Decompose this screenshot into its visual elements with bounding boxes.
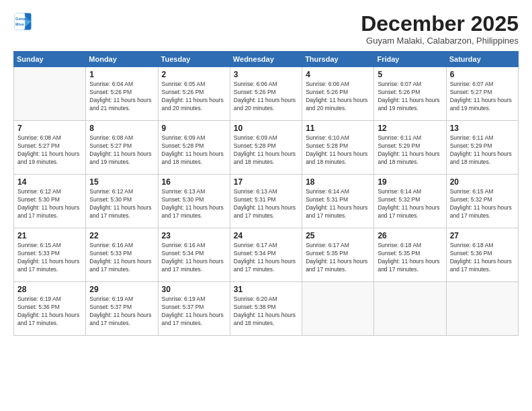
svg-text:Blue: Blue [15, 22, 24, 26]
sunrise-text: Sunrise: 6:06 AM [234, 81, 298, 89]
day-number: 3 [234, 70, 298, 79]
calendar-cell [446, 282, 518, 336]
calendar-cell: 4Sunrise: 6:06 AMSunset: 5:26 PMDaylight… [302, 67, 374, 121]
sunset-text: Sunset: 5:27 PM [89, 142, 154, 150]
day-number: 18 [306, 177, 370, 187]
daylight-label: Daylight: 11 hours hours [89, 312, 154, 320]
calendar-cell: 25Sunrise: 6:17 AMSunset: 5:35 PMDayligh… [302, 228, 374, 282]
day-number: 2 [162, 70, 226, 79]
sunrise-text: Sunrise: 6:20 AM [234, 295, 298, 304]
day-number: 26 [378, 231, 442, 240]
day-number: 24 [234, 231, 298, 240]
col-friday: Friday [374, 52, 446, 67]
daylight-label: Daylight: 11 hours hours [378, 204, 442, 212]
daylight-minutes: and 18 minutes. [234, 320, 298, 328]
calendar-cell: 16Sunrise: 6:13 AMSunset: 5:30 PMDayligh… [158, 175, 230, 228]
daylight-minutes: and 19 minutes. [17, 158, 82, 167]
daylight-minutes: and 21 minutes. [89, 105, 154, 113]
daylight-label: Daylight: 11 hours hours [234, 312, 298, 320]
sunset-text: Sunset: 5:26 PM [378, 89, 442, 97]
logo-icon: General Blue [13, 12, 32, 31]
header: General Blue December 2025 Guyam Malaki,… [13, 12, 519, 46]
daylight-label: Daylight: 11 hours hours [17, 150, 82, 158]
day-info: Sunrise: 6:15 AMSunset: 5:32 PMDaylight:… [450, 188, 515, 220]
daylight-label: Daylight: 11 hours hours [89, 150, 154, 158]
day-info: Sunrise: 6:07 AMSunset: 5:26 PMDaylight:… [378, 81, 442, 113]
sunrise-text: Sunrise: 6:11 AM [450, 134, 515, 142]
daylight-minutes: and 18 minutes. [162, 158, 226, 167]
calendar-cell: 30Sunrise: 6:19 AMSunset: 5:37 PMDayligh… [158, 282, 230, 336]
daylight-label: Daylight: 11 hours hours [162, 204, 226, 212]
sunset-text: Sunset: 5:32 PM [450, 196, 515, 204]
sunset-text: Sunset: 5:29 PM [378, 142, 442, 150]
day-number: 20 [450, 177, 515, 187]
calendar-cell: 2Sunrise: 6:05 AMSunset: 5:26 PMDaylight… [158, 67, 230, 121]
sunrise-text: Sunrise: 6:12 AM [89, 188, 154, 196]
sunrise-text: Sunrise: 6:05 AM [162, 81, 226, 89]
day-number: 11 [306, 124, 370, 133]
daylight-minutes: and 20 minutes. [162, 105, 226, 113]
daylight-minutes: and 20 minutes. [306, 105, 370, 113]
calendar-cell [302, 282, 374, 336]
day-number: 25 [306, 231, 370, 240]
sunrise-text: Sunrise: 6:09 AM [162, 134, 226, 142]
daylight-label: Daylight: 11 hours hours [89, 204, 154, 212]
day-info: Sunrise: 6:18 AMSunset: 5:35 PMDaylight:… [378, 242, 442, 274]
sunset-text: Sunset: 5:30 PM [17, 196, 82, 204]
sunset-text: Sunset: 5:26 PM [306, 89, 370, 97]
day-info: Sunrise: 6:13 AMSunset: 5:30 PMDaylight:… [162, 188, 226, 220]
daylight-minutes: and 17 minutes. [162, 212, 226, 220]
calendar-cell: 3Sunrise: 6:06 AMSunset: 5:26 PMDaylight… [230, 67, 302, 121]
col-wednesday: Wednesday [230, 52, 302, 67]
day-number: 8 [89, 124, 154, 133]
daylight-label: Daylight: 11 hours hours [17, 312, 82, 320]
sunset-text: Sunset: 5:33 PM [89, 250, 154, 258]
calendar-cell: 27Sunrise: 6:18 AMSunset: 5:36 PMDayligh… [446, 228, 518, 282]
day-number: 5 [378, 70, 442, 79]
day-number: 10 [234, 124, 298, 133]
calendar-cell: 9Sunrise: 6:09 AMSunset: 5:28 PMDaylight… [158, 121, 230, 175]
calendar-cell: 5Sunrise: 6:07 AMSunset: 5:26 PMDaylight… [374, 67, 446, 121]
daylight-label: Daylight: 11 hours hours [378, 150, 442, 158]
calendar-cell [374, 282, 446, 336]
col-monday: Monday [86, 52, 158, 67]
sunset-text: Sunset: 5:36 PM [450, 250, 515, 258]
day-info: Sunrise: 6:11 AMSunset: 5:29 PMDaylight:… [378, 134, 442, 167]
sunrise-text: Sunrise: 6:16 AM [162, 242, 226, 250]
sunrise-text: Sunrise: 6:19 AM [89, 295, 154, 304]
daylight-label: Daylight: 11 hours hours [234, 97, 298, 105]
day-info: Sunrise: 6:06 AMSunset: 5:26 PMDaylight:… [306, 81, 370, 113]
daylight-minutes: and 17 minutes. [89, 320, 154, 328]
day-info: Sunrise: 6:08 AMSunset: 5:27 PMDaylight:… [89, 134, 154, 167]
daylight-label: Daylight: 11 hours hours [17, 204, 82, 212]
sunset-text: Sunset: 5:28 PM [234, 142, 298, 150]
sunset-text: Sunset: 5:32 PM [378, 196, 442, 204]
sunset-text: Sunset: 5:27 PM [450, 89, 515, 97]
day-info: Sunrise: 6:12 AMSunset: 5:30 PMDaylight:… [89, 188, 154, 220]
sunset-text: Sunset: 5:34 PM [234, 250, 298, 258]
day-number: 29 [89, 285, 154, 294]
day-info: Sunrise: 6:14 AMSunset: 5:32 PMDaylight:… [378, 188, 442, 220]
sunset-text: Sunset: 5:35 PM [378, 250, 442, 258]
calendar-cell: 20Sunrise: 6:15 AMSunset: 5:32 PMDayligh… [446, 175, 518, 228]
day-number: 9 [162, 124, 226, 133]
calendar-cell: 11Sunrise: 6:10 AMSunset: 5:28 PMDayligh… [302, 121, 374, 175]
day-info: Sunrise: 6:05 AMSunset: 5:26 PMDaylight:… [162, 81, 226, 113]
daylight-minutes: and 17 minutes. [162, 320, 226, 328]
day-number: 6 [450, 70, 515, 79]
month-title: December 2025 [361, 12, 519, 36]
daylight-minutes: and 17 minutes. [306, 266, 370, 274]
day-info: Sunrise: 6:08 AMSunset: 5:27 PMDaylight:… [17, 134, 82, 167]
day-number: 1 [89, 70, 154, 79]
calendar-cell: 1Sunrise: 6:04 AMSunset: 5:26 PMDaylight… [86, 67, 158, 121]
daylight-minutes: and 18 minutes. [450, 158, 515, 167]
daylight-label: Daylight: 11 hours hours [234, 204, 298, 212]
sunset-text: Sunset: 5:34 PM [162, 250, 226, 258]
day-info: Sunrise: 6:09 AMSunset: 5:28 PMDaylight:… [234, 134, 298, 167]
daylight-minutes: and 18 minutes. [234, 158, 298, 167]
sunrise-text: Sunrise: 6:12 AM [17, 188, 82, 196]
daylight-minutes: and 17 minutes. [450, 212, 515, 220]
calendar-cell: 12Sunrise: 6:11 AMSunset: 5:29 PMDayligh… [374, 121, 446, 175]
location: Guyam Malaki, Calabarzon, Philippines [361, 36, 519, 46]
day-info: Sunrise: 6:13 AMSunset: 5:31 PMDaylight:… [234, 188, 298, 220]
